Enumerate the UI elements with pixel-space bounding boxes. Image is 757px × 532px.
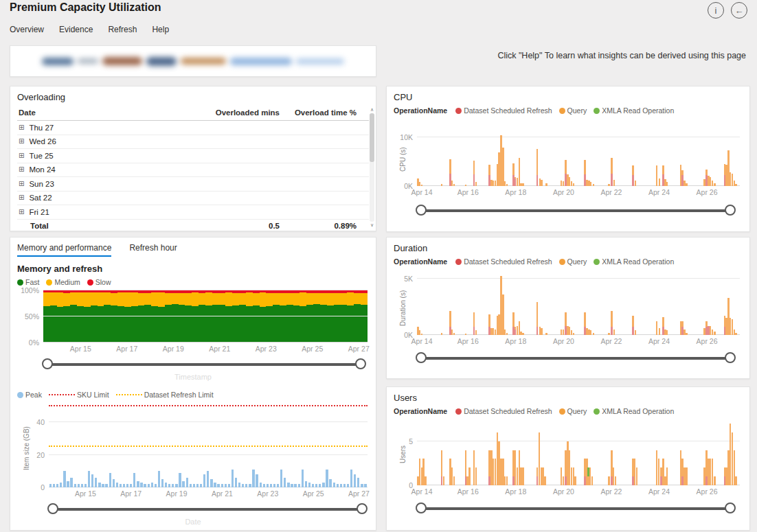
stacked-bar[interactable]: [632, 165, 634, 186]
duration-chart[interactable]: 5K0KDuration (s)Apr 14Apr 16Apr 18Apr 20…: [394, 274, 743, 346]
stacked-bar[interactable]: [563, 329, 565, 335]
peak-bar[interactable]: [210, 479, 212, 487]
stacked-bar[interactable]: [541, 328, 543, 335]
peak-bar[interactable]: [91, 474, 93, 487]
stacked-bar[interactable]: [522, 467, 524, 485]
expand-icon[interactable]: ⊞: [19, 124, 24, 131]
table-row[interactable]: ⊞Wed 26: [17, 135, 369, 150]
peak-bar[interactable]: [140, 483, 142, 487]
stacked-bar[interactable]: [611, 158, 613, 186]
table-row[interactable]: ⊞Sat 22: [17, 192, 369, 206]
peak-bar[interactable]: [238, 483, 240, 487]
peak-bar[interactable]: [333, 483, 335, 487]
cpu-chart[interactable]: 10K0KCPU (s)Apr 14Apr 16Apr 18Apr 20Apr …: [394, 132, 743, 197]
cpu-plot-area[interactable]: [417, 132, 740, 186]
stacked-bar[interactable]: [590, 330, 592, 335]
slider-track[interactable]: [421, 357, 730, 360]
legend-item-fast[interactable]: Fast: [17, 278, 39, 286]
nav-tab-evidence[interactable]: Evidence: [59, 25, 93, 34]
slider-track[interactable]: [421, 209, 730, 212]
stacked-bar[interactable]: [656, 165, 658, 186]
stacked-bar[interactable]: [712, 329, 714, 335]
peak-bar[interactable]: [357, 478, 359, 487]
legend-item-query[interactable]: Query: [559, 257, 587, 266]
stacked-bar[interactable]: [453, 476, 455, 485]
stacked-bar[interactable]: [714, 476, 716, 485]
stacked-bar[interactable]: [563, 476, 565, 485]
peak-bar[interactable]: [88, 471, 90, 487]
stacked-bar[interactable]: [636, 467, 638, 485]
table-scrollbar[interactable]: ∧∨: [368, 107, 376, 228]
info-icon[interactable]: i: [708, 2, 724, 19]
legend-item-query[interactable]: Query: [559, 106, 587, 115]
stacked-bar[interactable]: [666, 467, 668, 485]
peak-bar[interactable]: [113, 479, 115, 487]
slider-handle-right[interactable]: [725, 502, 736, 513]
stacked-bar[interactable]: [502, 148, 504, 186]
stacked-bar[interactable]: [591, 476, 594, 485]
stacked-bar[interactable]: [712, 181, 714, 186]
peak-bar[interactable]: [354, 474, 356, 487]
slider-track[interactable]: [421, 507, 730, 510]
stacked-bar[interactable]: [544, 476, 546, 485]
stacked-bar[interactable]: [658, 459, 660, 485]
memory-and-refresh-plot-area[interactable]: [43, 290, 368, 343]
peak-bar[interactable]: [203, 474, 205, 487]
peak-bar[interactable]: [207, 471, 209, 487]
slider-handle-left[interactable]: [416, 205, 427, 216]
nav-tab-overview[interactable]: Overview: [10, 25, 44, 34]
peak-bar[interactable]: [308, 483, 310, 487]
stacked-bar[interactable]: [475, 330, 477, 335]
legend-item-medium[interactable]: Medium: [46, 278, 80, 286]
stacked-bar[interactable]: [536, 302, 539, 335]
peak-bar[interactable]: [151, 483, 153, 487]
stacked-bar[interactable]: [506, 476, 508, 485]
users-chart[interactable]: 50UsersApr 14Apr 16Apr 18Apr 20Apr 22Apr…: [394, 424, 743, 496]
legend-item-sku-limit[interactable]: SKU Limit: [49, 391, 109, 399]
legend-item-dataset-refresh-limit[interactable]: Dataset Refresh Limit: [116, 391, 214, 399]
peak-bar[interactable]: [186, 478, 188, 487]
stacked-bar[interactable]: [613, 329, 615, 335]
table-row[interactable]: ⊞Tue 25: [17, 149, 369, 163]
expand-icon[interactable]: ⊞: [19, 152, 24, 159]
legend-item-dataset-scheduled-refresh[interactable]: Dataset Scheduled Refresh: [455, 257, 552, 266]
stacked-bar[interactable]: [615, 476, 617, 485]
legend-item-slow[interactable]: Slow: [87, 278, 111, 286]
expand-icon[interactable]: ⊞: [19, 181, 24, 187]
stacked-bar[interactable]: [635, 330, 637, 335]
stacked-bar[interactable]: [666, 330, 668, 335]
stacked-bar[interactable]: [659, 328, 661, 335]
nav-tab-refresh[interactable]: Refresh: [108, 25, 137, 34]
peak-bar[interactable]: [116, 483, 118, 487]
duration-time-slider[interactable]: [416, 351, 736, 365]
peak-bar[interactable]: [95, 478, 97, 487]
peak-bar[interactable]: [305, 481, 307, 487]
duration-plot-area[interactable]: [417, 274, 740, 335]
stacked-bar[interactable]: [635, 181, 637, 186]
peak-bar[interactable]: [260, 483, 262, 487]
peak-bar[interactable]: [326, 470, 328, 487]
stacked-bar[interactable]: [536, 149, 539, 186]
item-size-time-slider[interactable]: [47, 502, 368, 516]
peak-bar[interactable]: [182, 481, 184, 487]
legend-item-query[interactable]: Query: [559, 407, 587, 415]
stacked-bar[interactable]: [611, 311, 613, 335]
peak-bar[interactable]: [280, 470, 282, 487]
stacked-bar[interactable]: [519, 158, 521, 186]
expand-icon[interactable]: ⊞: [19, 209, 24, 216]
slider-track[interactable]: [47, 363, 361, 366]
cpu-time-slider[interactable]: [416, 204, 736, 218]
expand-icon[interactable]: ⊞: [19, 166, 24, 173]
stacked-bar[interactable]: [659, 178, 661, 186]
peak-bar[interactable]: [179, 473, 181, 487]
slider-handle-left[interactable]: [416, 352, 427, 363]
peak-bar[interactable]: [98, 483, 100, 487]
stacked-bar[interactable]: [735, 476, 737, 485]
peak-bar[interactable]: [214, 483, 216, 487]
peak-bar[interactable]: [133, 473, 135, 487]
slider-handle-right[interactable]: [725, 205, 736, 216]
users-plot-area[interactable]: [417, 424, 740, 485]
stacked-bar[interactable]: [574, 476, 576, 485]
table-row[interactable]: ⊞Sun 23: [17, 177, 369, 192]
users-time-slider[interactable]: [416, 502, 736, 516]
